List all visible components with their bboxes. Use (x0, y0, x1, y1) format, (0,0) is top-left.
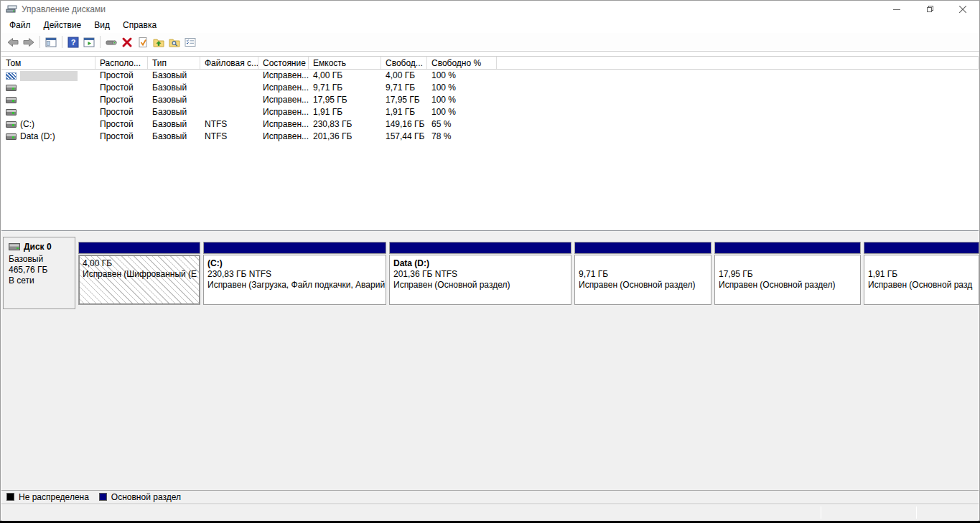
volume-capacity: 201,36 ГБ (309, 131, 381, 143)
partition-status: Исправен (Основной раздел) (719, 280, 857, 291)
volume-capacity: 4,00 ГБ (309, 70, 381, 82)
volume-type: Базовый (148, 82, 200, 94)
volume-free: 17,95 ГБ (381, 94, 427, 106)
column-header-type[interactable]: Тип (148, 57, 200, 69)
show-console-tree-icon[interactable] (43, 34, 59, 50)
drive-icon (6, 109, 17, 116)
disk-icon (9, 243, 20, 250)
menu-file[interactable]: Файл (3, 17, 37, 33)
volume-free-pct: 100 % (427, 82, 497, 94)
volume-free: 157,44 ГБ (381, 131, 427, 143)
disk-management-window: Управление дисками Файл Действие Вид Спр… (0, 0, 980, 521)
column-header-free[interactable]: Свобод... (381, 57, 427, 69)
partition-color-bar (714, 242, 861, 254)
column-header-volume[interactable]: Том (1, 57, 95, 69)
menu-view[interactable]: Вид (88, 17, 116, 33)
partition-size: 4,00 ГБ (83, 258, 196, 269)
volume-type: Базовый (148, 70, 200, 82)
partition-size: 230,83 ГБ NTFS (207, 269, 382, 280)
status-bar (1, 504, 979, 521)
volume-layout: Простой (95, 131, 148, 143)
column-header-free-pct[interactable]: Свободно % (427, 57, 497, 69)
menu-action[interactable]: Действие (37, 17, 88, 33)
show-action-pane-icon[interactable] (81, 34, 97, 50)
open-folder-icon[interactable] (151, 34, 167, 50)
details-list-icon[interactable] (182, 34, 198, 50)
drive-icon (6, 133, 17, 140)
partition-block-encrypted[interactable]: 4,00 ГБ Исправен (Шифрованный (E (78, 242, 200, 309)
volume-status: Исправен... (258, 106, 309, 118)
selected-name-box (20, 71, 78, 81)
table-row[interactable]: Простой Базовый Исправен... 9,71 ГБ 9,71… (1, 82, 979, 94)
close-button[interactable] (946, 1, 979, 17)
volume-free-pct: 78 % (427, 131, 497, 143)
table-row[interactable]: Простой Базовый Исправен... 17,95 ГБ 17,… (1, 94, 979, 106)
partition-block-d[interactable]: Data (D:) 201,36 ГБ NTFS Исправен (Основ… (389, 242, 571, 309)
volume-layout: Простой (95, 118, 148, 131)
table-row[interactable]: Data (D:) Простой Базовый NTFS Исправен.… (1, 131, 979, 143)
partition-size: 1,91 ГБ (868, 269, 975, 280)
volume-list-pane: Том Располо... Тип Файловая с... Состоян… (1, 52, 979, 230)
volume-free: 149,16 ГБ (381, 118, 427, 131)
partition-status: Исправен (Основной раздел) (579, 280, 707, 291)
partition-block-c[interactable]: (C:) 230,83 ГБ NTFS Исправен (Загрузка, … (203, 242, 386, 309)
explore-folder-icon[interactable] (167, 34, 182, 50)
partition-color-bar (389, 242, 571, 254)
partition-color-bar (203, 242, 386, 254)
legend-primary-label: Основной раздел (111, 492, 181, 502)
column-header-capacity[interactable]: Емкость (309, 57, 381, 69)
minimize-button[interactable] (880, 1, 913, 17)
column-header-layout[interactable]: Располо... (95, 57, 148, 69)
statusbar-divider (821, 506, 821, 519)
unallocated-swatch (6, 493, 14, 501)
disk-type: Базовый (9, 254, 75, 265)
volume-layout: Простой (95, 106, 148, 118)
legend-unallocated-label: Не распределена (19, 492, 89, 502)
help-icon[interactable]: ? (65, 34, 81, 50)
volume-capacity: 230,83 ГБ (309, 118, 381, 131)
back-icon[interactable] (5, 34, 21, 50)
partition-block-5[interactable]: 1,91 ГБ Исправен (Основной разд (864, 242, 979, 309)
volume-name: (C:) (20, 118, 34, 131)
volume-type: Базовый (148, 131, 200, 143)
partition-status: Исправен (Шифрованный (E (83, 269, 196, 280)
statusbar-divider (916, 506, 917, 519)
properties-check-icon[interactable] (135, 34, 151, 50)
volume-table-header: Том Располо... Тип Файловая с... Состоян… (1, 56, 979, 70)
forward-icon[interactable] (21, 34, 37, 50)
column-header-status[interactable]: Состояние (258, 57, 309, 69)
volume-free: 4,00 ГБ (381, 70, 427, 82)
volume-status: Исправен... (258, 82, 309, 94)
menu-help[interactable]: Справка (116, 17, 163, 33)
partition-size: 17,95 ГБ (719, 269, 857, 280)
partition-title: (C:) (207, 258, 382, 269)
disk0-info-box[interactable]: Диск 0 Базовый 465,76 ГБ В сети (3, 237, 75, 309)
volume-status: Исправен... (258, 131, 309, 143)
partition-title: Data (D:) (393, 258, 567, 269)
toolbar: ? (1, 33, 979, 52)
table-row[interactable]: Простой Базовый Исправен... 4,00 ГБ 4,00… (1, 70, 979, 82)
rescan-disks-icon[interactable] (103, 34, 119, 50)
table-row[interactable]: (C:) Простой Базовый NTFS Исправен... 23… (1, 118, 979, 131)
column-header-blank (497, 57, 979, 69)
partitions-strip: 4,00 ГБ Исправен (Шифрованный (E (C:) 23… (75, 237, 979, 309)
partition-color-bar (574, 242, 711, 254)
volume-free: 9,71 ГБ (381, 82, 427, 94)
table-row[interactable]: Простой Базовый Исправен... 1,91 ГБ 1,91… (1, 106, 979, 118)
column-header-fs[interactable]: Файловая с... (200, 57, 258, 69)
partition-status: Исправен (Загрузка, Файл подкачки, Авари… (207, 280, 382, 291)
partition-color-bar (864, 242, 979, 254)
partition-block-4[interactable]: 17,95 ГБ Исправен (Основной раздел) (714, 242, 861, 309)
title-bar: Управление дисками (1, 1, 979, 17)
restore-button[interactable] (913, 1, 946, 17)
volume-free-pct: 100 % (427, 70, 497, 82)
volume-fs: NTFS (200, 131, 258, 143)
partition-block-3[interactable]: 9,71 ГБ Исправен (Основной раздел) (574, 242, 711, 309)
delete-volume-icon[interactable] (119, 34, 135, 50)
partition-color-bar (78, 242, 200, 254)
disk0-row: Диск 0 Базовый 465,76 ГБ В сети 4,00 ГБ … (3, 237, 980, 309)
volume-type: Базовый (148, 106, 200, 118)
disk-name: Диск 0 (24, 242, 52, 252)
volume-fs: NTFS (200, 118, 258, 131)
drive-icon (6, 97, 17, 103)
